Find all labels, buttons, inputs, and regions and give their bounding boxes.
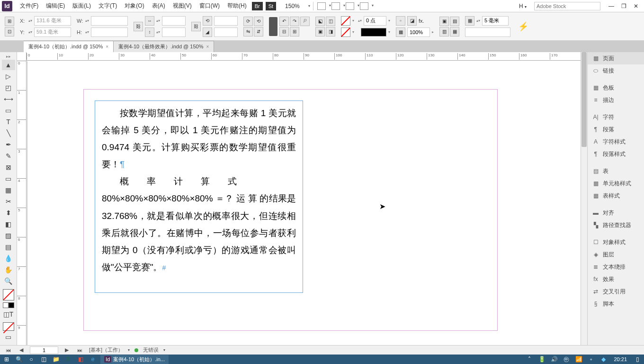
task-view-icon[interactable]: ◫ bbox=[39, 355, 48, 363]
tray-up-icon[interactable]: ˄ bbox=[525, 355, 534, 363]
stock-search-input[interactable] bbox=[534, 2, 600, 10]
folder-icon[interactable]: 📁 bbox=[51, 355, 61, 363]
taskbar-indesign[interactable]: Id案例4-10（初始）.in... bbox=[100, 355, 169, 364]
panel-对象样式[interactable]: ☐对象样式 bbox=[588, 236, 644, 248]
x-input[interactable] bbox=[34, 16, 71, 26]
fill-stroke-swatch-icon[interactable] bbox=[3, 289, 14, 300]
menu-help[interactable]: 帮助(H) bbox=[224, 0, 250, 11]
first-page-button[interactable]: ⏮ bbox=[4, 347, 13, 353]
last-page-button[interactable]: ⏭ bbox=[75, 347, 84, 353]
input-icon[interactable]: ㊥ bbox=[562, 355, 571, 363]
vertical-scrollbar[interactable] bbox=[581, 52, 587, 345]
scissors-tool-icon[interactable]: ✂ bbox=[2, 196, 15, 207]
panel-文本绕排[interactable]: ≣文本绕排 bbox=[588, 261, 644, 273]
menu-window[interactable]: 窗口(W) bbox=[196, 0, 224, 11]
flip-h-icon[interactable]: ⇋ bbox=[243, 27, 253, 36]
distribute-icon[interactable]: ⊞ bbox=[290, 27, 299, 36]
shield-icon[interactable]: ◆ bbox=[599, 355, 608, 363]
menu-table[interactable]: 表(A) bbox=[148, 0, 169, 11]
panel-表[interactable]: ▤表 bbox=[588, 165, 644, 177]
scale-y-input[interactable] bbox=[162, 27, 186, 37]
zoom-level[interactable]: 150% bbox=[281, 2, 308, 10]
link-wh-icon[interactable]: ⛓ bbox=[134, 22, 143, 31]
panel-段落[interactable]: ¶段落 bbox=[588, 123, 644, 136]
doc-tab-2[interactable]: 案例4-10（最终效果）.indd @ 150%× bbox=[114, 41, 214, 52]
panel-色板[interactable]: ▦色板 bbox=[588, 82, 644, 94]
view-mode-icon[interactable] bbox=[317, 2, 326, 10]
preflight-profile[interactable]: [基本]（工作） bbox=[89, 346, 123, 354]
panel-交叉引用[interactable]: ⇄交叉引用 bbox=[588, 285, 644, 298]
flip-v-icon[interactable]: ⇵ bbox=[254, 27, 263, 36]
style-input[interactable] bbox=[465, 27, 510, 37]
gradient-swatch-icon[interactable]: ◧ bbox=[2, 219, 15, 229]
apply-none-icon[interactable] bbox=[3, 322, 14, 331]
apply-color-icon[interactable]: ◫T bbox=[2, 309, 15, 319]
minimize-button[interactable]: — bbox=[605, 2, 617, 10]
w-input[interactable] bbox=[91, 16, 128, 26]
next-page-button[interactable]: ▶ bbox=[63, 347, 71, 353]
screen-mode-icon[interactable] bbox=[331, 2, 340, 10]
excel-icon[interactable]: X bbox=[63, 355, 73, 363]
horizontal-ruler[interactable]: 0102030405060708090100110120130140150160… bbox=[27, 52, 581, 61]
wps-icon[interactable]: ◧ bbox=[76, 355, 85, 363]
selection-tool-icon[interactable]: ▲ bbox=[2, 60, 15, 70]
gradient-feather-icon[interactable]: ▨ bbox=[2, 230, 15, 241]
page-input[interactable] bbox=[30, 346, 58, 354]
grid-tool-icon[interactable]: ▦ bbox=[2, 185, 15, 195]
panel-字符[interactable]: A|字符 bbox=[588, 111, 644, 123]
wifi-icon[interactable]: 📶 bbox=[574, 355, 583, 363]
scale-x-input[interactable] bbox=[162, 16, 186, 26]


eyedropper-tool-icon[interactable]: 💧 bbox=[2, 253, 15, 264]
flag-icon[interactable]: ▫ bbox=[586, 355, 596, 363]
opacity-input[interactable] bbox=[407, 27, 430, 37]
rotate-cw-icon[interactable]: ⟳ bbox=[243, 17, 253, 26]
volume-icon[interactable]: 🔊 bbox=[549, 355, 559, 363]
fit-icon[interactable]: ▣ bbox=[315, 27, 325, 36]
opacity-icon[interactable]: ▦ bbox=[396, 27, 405, 37]
close-button[interactable]: ✕ bbox=[630, 2, 642, 10]
page-tool-icon[interactable]: ◰ bbox=[2, 82, 15, 93]
scale-y-icon[interactable]: ↕ bbox=[145, 27, 154, 37]
menu-edit[interactable]: 编辑(E) bbox=[42, 0, 69, 11]
close-icon[interactable]: × bbox=[206, 44, 209, 49]
search-icon[interactable]: 🔍 bbox=[14, 355, 24, 363]
rotate-input[interactable] bbox=[214, 16, 238, 26]
bridge-button[interactable]: Br bbox=[252, 2, 263, 10]
panel-脚本[interactable]: §脚本 bbox=[588, 298, 644, 310]
stock-button[interactable]: St bbox=[266, 2, 276, 10]
content-collector-icon[interactable]: ▭ bbox=[2, 105, 15, 116]
panel-对齐[interactable]: ▬对齐 bbox=[588, 207, 644, 219]
undo-icon[interactable]: ↶ bbox=[279, 17, 289, 26]
p-icon[interactable]: P bbox=[300, 17, 310, 26]
battery-icon[interactable]: 🔋 bbox=[537, 355, 546, 363]
gap-input[interactable] bbox=[482, 16, 509, 26]
close-icon[interactable]: × bbox=[106, 44, 108, 49]
menu-layout[interactable]: 版面(L) bbox=[69, 0, 95, 11]
fill-swatch-icon[interactable] bbox=[341, 16, 350, 26]
panel-表样式[interactable]: ▦表样式 bbox=[588, 190, 644, 202]
panel-效果[interactable]: fx效果 bbox=[588, 273, 644, 285]
drop-shadow-icon[interactable]: ◪ bbox=[407, 16, 417, 26]
stroke-style-icon[interactable] bbox=[361, 28, 386, 36]
panel-单元格样式[interactable]: ▦单元格样式 bbox=[588, 177, 644, 190]
shear-input[interactable] bbox=[214, 27, 238, 37]
pen-tool-icon[interactable]: ✒ bbox=[2, 139, 15, 150]
type-tool-icon[interactable]: T bbox=[2, 117, 15, 127]
flash-icon[interactable]: ⚡ bbox=[518, 21, 528, 32]
rotate-icon[interactable]: ⟲ bbox=[203, 16, 212, 26]
panel-字符样式[interactable]: A字符样式 bbox=[588, 136, 644, 148]
panel-段落样式[interactable]: ¶段落样式 bbox=[588, 148, 644, 160]
text-wrap-2-icon[interactable]: ▤ bbox=[450, 17, 459, 26]
panel-页面[interactable]: ▦页面 bbox=[588, 52, 644, 64]
panel-链接[interactable]: ⬭链接 bbox=[588, 64, 644, 77]
gap-tool-icon[interactable]: ⟷ bbox=[2, 94, 15, 104]
rectangle-tool-icon[interactable]: ▭ bbox=[2, 173, 15, 184]
text-wrap-4-icon[interactable]: ▦ bbox=[450, 27, 459, 36]
zoom-tool-icon[interactable]: 🔍 bbox=[2, 276, 15, 286]
document-view[interactable]: 0102030405060708090100110120130140150160… bbox=[27, 52, 581, 345]
frame-icon[interactable]: ◫ bbox=[326, 17, 335, 26]
menu-file[interactable]: 文件(F) bbox=[16, 0, 42, 11]
menu-object[interactable]: 对象(O) bbox=[121, 0, 148, 11]
corner-icon[interactable]: ⬕ bbox=[315, 17, 325, 26]
menu-view[interactable]: 视图(V) bbox=[169, 0, 196, 11]
